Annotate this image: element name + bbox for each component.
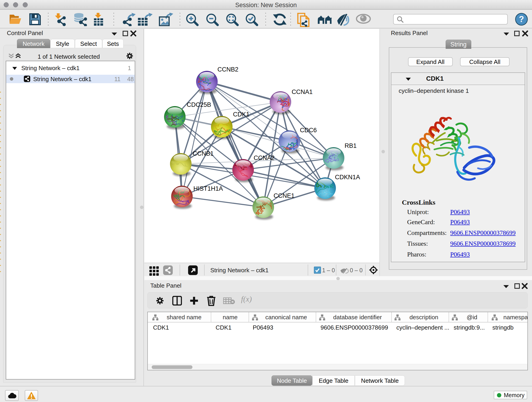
svg-text:CDC6: CDC6 bbox=[300, 127, 317, 134]
svg-text:HIST1H1A: HIST1H1A bbox=[193, 185, 223, 192]
svg-text:CCNA2: CCNA2 bbox=[254, 154, 275, 161]
svg-text:CDC25B: CDC25B bbox=[187, 101, 211, 108]
svg-text:CCNB2: CCNB2 bbox=[217, 66, 239, 73]
svg-text:CCNB1: CCNB1 bbox=[193, 150, 214, 157]
svg-text:CCNE1: CCNE1 bbox=[273, 192, 295, 199]
svg-text:CDK1: CDK1 bbox=[233, 111, 249, 118]
svg-text:CCNA1: CCNA1 bbox=[292, 89, 313, 95]
svg-text:RB1: RB1 bbox=[345, 142, 357, 149]
svg-text:?: ? bbox=[519, 14, 524, 24]
svg-text:CDKN1A: CDKN1A bbox=[335, 174, 360, 181]
